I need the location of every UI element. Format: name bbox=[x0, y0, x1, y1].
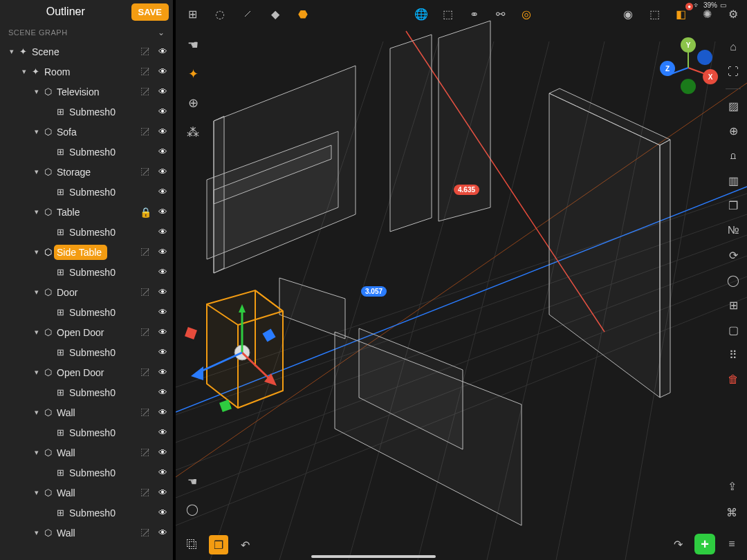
visibility-icon[interactable]: 👁 bbox=[158, 367, 167, 377]
grid-4-icon[interactable]: ⊞ bbox=[183, 4, 202, 24]
visibility-icon[interactable]: 👁 bbox=[158, 447, 167, 458]
visibility-icon[interactable]: 👁 bbox=[158, 167, 167, 177]
firstaid-icon[interactable]: ⊞ bbox=[723, 295, 743, 315]
gear-icon[interactable]: ⚙ bbox=[723, 4, 743, 24]
scene-tree[interactable]: ▾✦Scene👁▾✦Room👁▾⬡Television👁⊞Submesh0👁▾⬡… bbox=[0, 41, 173, 560]
camera-link-icon[interactable]: ⚯ bbox=[490, 4, 510, 24]
refresh-icon[interactable]: ⟳ bbox=[723, 245, 743, 265]
tree-node[interactable]: ▾✦Scene👁 bbox=[0, 41, 173, 62]
circle-icon[interactable]: ◯ bbox=[723, 270, 743, 290]
hide-icon[interactable] bbox=[140, 528, 151, 539]
scene-graph-header[interactable]: SCENE GRAPH ⌄ bbox=[0, 24, 173, 41]
tree-node[interactable]: ⊞Submesh0👁 bbox=[0, 422, 173, 442]
disclosure-icon[interactable]: ▾ bbox=[32, 288, 42, 297]
nav-gizmo[interactable]: X Y Z bbox=[657, 36, 719, 98]
tree-node[interactable]: ⊞Submesh0👁 bbox=[0, 142, 173, 162]
tree-node[interactable]: ▾⬡Sofa👁 bbox=[0, 122, 173, 142]
axis-neg-z[interactable] bbox=[697, 50, 712, 65]
axis-z[interactable]: Z bbox=[660, 61, 675, 76]
disclosure-icon[interactable]: ▾ bbox=[32, 127, 42, 136]
visibility-icon[interactable]: 👁 bbox=[158, 127, 167, 137]
hide-icon[interactable] bbox=[140, 327, 151, 338]
disclosure-icon[interactable]: ▾ bbox=[32, 87, 42, 96]
tree-node[interactable]: ▾⬡Table🔒👁 bbox=[0, 202, 173, 222]
visibility-icon[interactable]: 👁 bbox=[158, 106, 167, 117]
hide-icon[interactable] bbox=[140, 167, 151, 178]
globe-icon[interactable]: ⊕ bbox=[183, 93, 203, 113]
share-icon[interactable]: ⇪ bbox=[722, 476, 741, 496]
hand-icon[interactable]: ☚ bbox=[183, 35, 203, 55]
tree-node[interactable]: ⊞Submesh0👁 bbox=[0, 382, 173, 402]
tree-node[interactable]: ▾⬡Wall👁 bbox=[0, 442, 173, 463]
visibility-icon[interactable]: 👁 bbox=[158, 187, 167, 197]
grid-toggle-icon[interactable]: ▨ bbox=[723, 96, 743, 115]
command-icon[interactable]: ⌘ bbox=[722, 503, 741, 522]
hide-icon[interactable] bbox=[140, 287, 151, 298]
axis-y[interactable]: Y bbox=[681, 37, 696, 53]
disclosure-icon[interactable]: ▾ bbox=[32, 488, 42, 497]
mirror-icon[interactable]: ⩍ bbox=[723, 146, 743, 165]
disclosure-icon[interactable]: ▾ bbox=[32, 248, 42, 256]
disclosure-icon[interactable]: ▾ bbox=[32, 448, 42, 457]
visibility-icon[interactable]: 👁 bbox=[158, 147, 167, 157]
visibility-icon[interactable]: 👁 bbox=[158, 507, 167, 518]
solid-hex-icon[interactable]: ⬣ bbox=[293, 4, 313, 24]
hide-icon[interactable] bbox=[140, 46, 151, 57]
disclosure-icon[interactable]: ▾ bbox=[19, 67, 29, 76]
disclosure-icon[interactable]: ▾ bbox=[32, 328, 42, 337]
tree-node[interactable]: ⊞Submesh0👁 bbox=[0, 262, 173, 282]
rect-icon[interactable]: ▢ bbox=[723, 320, 743, 339]
move-gizmo-icon[interactable]: ✦ bbox=[183, 64, 203, 84]
ruler-icon[interactable]: ▥ bbox=[723, 171, 743, 190]
tree-node[interactable]: ▾⬡Storage👁 bbox=[0, 162, 173, 182]
visibility-icon[interactable]: 👁 bbox=[158, 227, 167, 237]
trash-icon[interactable]: 🗑 bbox=[723, 370, 743, 389]
pivot-icon[interactable]: ⁂ bbox=[183, 122, 203, 142]
axis-neg-y[interactable] bbox=[681, 79, 696, 94]
tree-node[interactable]: ▾⬡Wall👁 bbox=[0, 483, 173, 503]
snap-icon[interactable]: ⊕ bbox=[723, 121, 743, 140]
tree-node[interactable]: ⊞Submesh0👁 bbox=[0, 222, 173, 242]
tree-node[interactable]: ▾⬡Wall👁 bbox=[0, 523, 173, 543]
disclosure-icon[interactable]: ▾ bbox=[32, 167, 42, 176]
visibility-icon[interactable]: 👁 bbox=[158, 267, 167, 277]
visibility-icon[interactable]: 👁 bbox=[158, 467, 167, 478]
cube-wire-icon[interactable]: ⬚ bbox=[645, 4, 664, 24]
marquee-icon[interactable]: ⠿ bbox=[723, 345, 743, 364]
menu-icon[interactable]: ≡ bbox=[722, 534, 741, 554]
duplicate-icon[interactable]: ❐ bbox=[209, 535, 228, 554]
tree-node[interactable]: ▾⬡Side Table👁 bbox=[0, 242, 173, 262]
visibility-icon[interactable]: 👁 bbox=[158, 86, 167, 97]
tree-node[interactable]: ▾⬡Door👁 bbox=[0, 282, 173, 302]
target-icon[interactable]: ◎ bbox=[517, 4, 536, 24]
cube-solid-icon[interactable]: ◉ bbox=[618, 4, 638, 24]
tree-node[interactable]: ⊞Submesh0👁 bbox=[0, 503, 173, 523]
tree-node[interactable]: ▾⬡Open Door👁 bbox=[0, 362, 173, 382]
save-button[interactable]: SAVE bbox=[131, 3, 169, 21]
edge-split-icon[interactable]: ⟋ bbox=[238, 4, 257, 24]
hide-icon[interactable] bbox=[140, 127, 151, 138]
redo-icon[interactable]: ↷ bbox=[668, 534, 688, 554]
tree-node[interactable]: ⊞Submesh0👁 bbox=[0, 302, 173, 322]
visibility-icon[interactable]: 👁 bbox=[158, 347, 167, 357]
tree-node[interactable]: ⊞Submesh0👁 bbox=[0, 463, 173, 483]
visibility-icon[interactable]: 👁 bbox=[158, 387, 167, 398]
visibility-icon[interactable]: 👁 bbox=[158, 287, 167, 297]
number-icon[interactable]: № bbox=[723, 221, 743, 240]
hide-icon[interactable] bbox=[140, 447, 151, 458]
wireframe-sphere-icon[interactable]: ◌ bbox=[210, 4, 230, 24]
tree-node[interactable]: ▾✦Room👁 bbox=[0, 62, 173, 82]
visibility-icon[interactable]: 👁 bbox=[158, 427, 167, 438]
visibility-icon[interactable]: 👁 bbox=[158, 307, 167, 317]
cube-outline-icon[interactable]: ⬚ bbox=[438, 4, 457, 24]
world-icon[interactable]: 🌐 bbox=[412, 4, 431, 24]
link-icon[interactable]: ⚭ bbox=[464, 4, 483, 24]
axis-x[interactable]: X bbox=[703, 69, 718, 84]
disclosure-icon[interactable]: ▾ bbox=[32, 368, 42, 377]
hide-icon[interactable] bbox=[140, 86, 151, 97]
hide-icon[interactable] bbox=[140, 407, 151, 418]
visibility-icon[interactable]: 👁 bbox=[158, 327, 167, 337]
hide-icon[interactable] bbox=[140, 367, 151, 378]
hide-icon[interactable] bbox=[140, 247, 151, 258]
cube-orange-icon[interactable]: ◧● bbox=[671, 4, 690, 24]
